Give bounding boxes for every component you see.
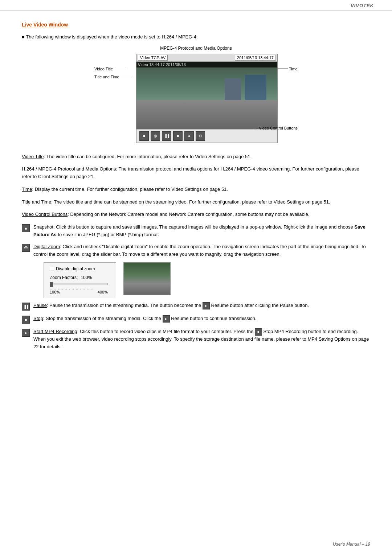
diagram-title: MPEG-4 Protocol and Media Options bbox=[160, 46, 232, 51]
zoom-checkbox-row: Disable digital zoom bbox=[50, 266, 110, 271]
snapshot-text: Snapshot: Click this button to capture a… bbox=[33, 223, 370, 239]
para-video-control-text: : Depending on the Network Camera model … bbox=[68, 212, 309, 217]
zoom-slider-row: ,,,,,,,,,,,,,,,,,,,,,,,,,,,,,,,, 100% 40… bbox=[50, 283, 110, 294]
zoom-min-label: 100% bbox=[50, 290, 60, 294]
time-label-right: Time bbox=[278, 67, 298, 71]
zoom-diagram: Disable digital zoom Zoom Factors: 100% bbox=[44, 262, 370, 298]
brand-logo: VIVOTEK bbox=[351, 3, 374, 8]
zoom-slider-labels: 100% 400% bbox=[50, 290, 108, 294]
para-time: Time: Display the current time. For furt… bbox=[22, 186, 370, 193]
building-1 bbox=[245, 75, 266, 100]
video-subtitle: Video 13:44:17 2011/05/13 bbox=[136, 62, 277, 67]
digital-zoom-text: Digital Zoom: Click and uncheck "Disable… bbox=[33, 243, 370, 258]
stop-btn[interactable]: ■ bbox=[173, 131, 183, 141]
mp4-icon: ● bbox=[22, 329, 30, 337]
para-title-time: Title and Time: The video title and time… bbox=[22, 198, 370, 206]
para-time-text: : Display the current time. For further … bbox=[32, 186, 228, 192]
item-stop: ■ Stop: Stop the transmission of the str… bbox=[22, 315, 370, 324]
term-protocol: H.264 / MPEG-4 Protocol and Media Option… bbox=[22, 166, 116, 172]
term-video-control: Video Control Buttons bbox=[22, 212, 68, 217]
para-video-title-text: : The video title can be configured. For… bbox=[44, 154, 252, 159]
title-time-label: Title and Time bbox=[94, 75, 134, 79]
zoom-max-label: 400% bbox=[98, 290, 108, 294]
zoom-value: 100% bbox=[81, 275, 92, 280]
para-video-title: Video Title: The video title can be conf… bbox=[22, 153, 370, 161]
pause-btn[interactable]: ▐▐ bbox=[162, 131, 171, 141]
para-title-time-text: : The video title and time can be stampe… bbox=[51, 199, 330, 205]
item-pause: ▐▐ Pause: Pause the transmission of the … bbox=[22, 302, 370, 311]
zoom-ticks bbox=[50, 286, 107, 288]
stop-mp4-btn-inline: ■ bbox=[255, 328, 262, 336]
item-mp4: ● Start MP4 Recording: Click this button… bbox=[22, 328, 370, 350]
term-time: Time bbox=[22, 186, 32, 192]
video-title-label: Video Title bbox=[94, 67, 127, 71]
page-footer: User's Manual – 19 bbox=[333, 542, 370, 547]
intro-paragraph: ■ The following window is displayed when… bbox=[22, 33, 370, 41]
zoom-preview-image bbox=[123, 262, 171, 295]
term-title-time: Title and Time bbox=[22, 199, 51, 205]
term-mp4: Start MP4 Recording bbox=[33, 329, 77, 334]
mp4-text: Start MP4 Recording: Click this button t… bbox=[33, 328, 370, 350]
digital-zoom-icon: ⊕ bbox=[22, 244, 30, 252]
para-protocol: H.264 / MPEG-4 Protocol and Media Option… bbox=[22, 165, 370, 181]
video-diagram: MPEG-4 Protocol and Media Options Video … bbox=[22, 46, 370, 147]
video-control-label-right: Video Control Buttons bbox=[255, 126, 298, 130]
snapshot-btn[interactable]: ■ bbox=[139, 131, 149, 141]
para-video-control: Video Control Buttons: Depending on the … bbox=[22, 211, 370, 218]
zoom-btn[interactable]: ⊕ bbox=[151, 131, 160, 141]
stop-text: Stop: Stop the transmission of the strea… bbox=[33, 315, 370, 323]
term-pause: Pause bbox=[33, 303, 47, 308]
video-top-right: 2011/05/13 13:44:17 bbox=[235, 55, 276, 61]
item-digital-zoom: ⊕ Digital Zoom: Click and uncheck "Disab… bbox=[22, 243, 370, 258]
road-area bbox=[136, 100, 277, 129]
section-title: Live Video Window bbox=[22, 22, 370, 28]
stop-icon: ■ bbox=[22, 316, 30, 324]
video-top-left: Video TCP-AV bbox=[138, 55, 168, 61]
zoom-factor-row: Zoom Factors: 100% bbox=[50, 275, 110, 280]
pause-text: Pause: Pause the transmission of the str… bbox=[33, 302, 370, 309]
term-digital-zoom: Digital Zoom bbox=[33, 244, 60, 249]
zoom-slider-track[interactable] bbox=[50, 283, 108, 285]
video-area bbox=[136, 67, 277, 129]
resume-btn-inline-2: ► bbox=[163, 315, 170, 323]
disable-zoom-label: Disable digital zoom bbox=[56, 266, 95, 271]
zoom-controls-panel: Disable digital zoom Zoom Factors: 100% bbox=[44, 262, 116, 298]
pause-icon: ▐▐ bbox=[22, 303, 30, 311]
video-top-bar: Video TCP-AV 2011/05/13 13:44:17 bbox=[136, 54, 277, 62]
record-btn[interactable]: ● bbox=[184, 131, 194, 141]
building-2 bbox=[225, 78, 241, 100]
resume-btn-inline: ► bbox=[203, 302, 210, 309]
page-content: Live Video Window ■ The following window… bbox=[0, 11, 392, 370]
zoom-factors-label: Zoom Factors: bbox=[50, 275, 78, 280]
term-stop: Stop bbox=[33, 316, 43, 321]
video-control-bar[interactable]: ■ ⊕ ▐▐ ■ ● ⊡ bbox=[136, 129, 277, 143]
disable-zoom-checkbox[interactable] bbox=[50, 267, 54, 271]
snapshot-icon: ■ bbox=[22, 224, 30, 232]
term-video-title: Video Title bbox=[22, 154, 44, 159]
page-header: VIVOTEK bbox=[0, 0, 392, 11]
open-btn[interactable]: ⊡ bbox=[196, 131, 205, 141]
item-snapshot: ■ Snapshot: Click this button to capture… bbox=[22, 223, 370, 239]
diagram-wrap: Video Title Title and Time Video TCP-AV … bbox=[94, 54, 298, 143]
term-snapshot: Snapshot bbox=[33, 224, 53, 230]
